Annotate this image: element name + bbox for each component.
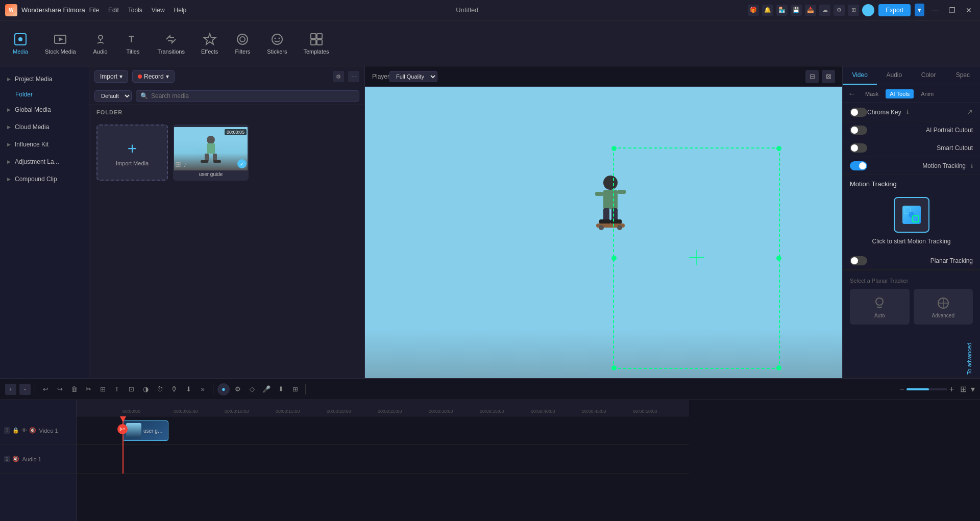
add-media-card[interactable]: + Import Media bbox=[96, 125, 168, 181]
tab-video[interactable]: Video bbox=[843, 66, 877, 85]
planar-card-advanced[interactable]: Advanced bbox=[914, 289, 973, 325]
sidebar-item-compound-clip[interactable]: ▶ Compound Clip bbox=[0, 170, 89, 188]
media-card-user-guide[interactable]: 00:00:05 ⊞ ♪ ✓ user guide bbox=[173, 125, 249, 181]
tl-view-toggle[interactable]: ⊞ bbox=[960, 384, 967, 394]
settings-icon[interactable]: ⚙ bbox=[834, 5, 845, 16]
tl-delete-icon[interactable]: 🗑 bbox=[68, 383, 80, 395]
planar-tracking-toggle[interactable] bbox=[850, 256, 867, 265]
tl-fx-icon[interactable]: ⚙ bbox=[232, 383, 244, 395]
tab-audio[interactable]: Audio bbox=[877, 66, 911, 85]
toolbar-templates[interactable]: Templates bbox=[296, 28, 336, 59]
motion-tracking-toggle[interactable] bbox=[850, 161, 867, 170]
sidebar-item-cloud-media[interactable]: ▶ Cloud Media bbox=[0, 118, 89, 136]
split-view-icon[interactable]: ⊟ bbox=[805, 70, 819, 83]
chroma-key-toggle[interactable] bbox=[850, 108, 867, 117]
tl-mic-icon[interactable]: 🎤 bbox=[260, 383, 273, 395]
video-clip-user-guide[interactable]: user guide bbox=[122, 420, 168, 441]
fullscreen-icon[interactable]: ⊠ bbox=[822, 70, 835, 83]
tl-cut-icon[interactable]: ✂ bbox=[82, 383, 94, 395]
tl-split-icon[interactable]: ⊞ bbox=[289, 383, 301, 395]
tl-speed-icon[interactable]: ⏱ bbox=[154, 383, 166, 395]
sidebar-folder[interactable]: Folder bbox=[0, 88, 89, 101]
tl-zoom-in-icon[interactable]: + bbox=[949, 385, 954, 394]
compound-clip-arrow: ▶ bbox=[7, 177, 11, 182]
smart-cutout-toggle[interactable] bbox=[850, 143, 867, 153]
motion-tracking-info-icon[interactable]: ℹ bbox=[971, 163, 973, 169]
tl-redo-icon[interactable]: ↪ bbox=[54, 383, 66, 395]
remove-track-btn[interactable]: - bbox=[19, 384, 31, 395]
tl-mask-icon[interactable]: ⊡ bbox=[125, 383, 137, 395]
notification-icon[interactable]: 🔔 bbox=[762, 5, 773, 16]
tl-keyframe-icon[interactable]: ◇ bbox=[246, 383, 258, 395]
save-icon[interactable]: 💾 bbox=[791, 5, 802, 16]
quality-select[interactable]: Full Quality bbox=[389, 71, 437, 82]
toolbar-effects[interactable]: Effects bbox=[194, 28, 225, 59]
tl-snap-icon[interactable]: ● bbox=[217, 383, 230, 395]
sidebar-item-global-media[interactable]: ▶ Global Media bbox=[0, 101, 89, 118]
sub-tab-ai-tools[interactable]: AI Tools bbox=[886, 89, 914, 98]
tab-color[interactable]: Color bbox=[912, 66, 946, 85]
tl-zoom-out-icon[interactable]: − bbox=[899, 385, 904, 394]
to-advanced-link[interactable]: To advanced bbox=[966, 334, 973, 375]
video1-lock-icon[interactable]: 🔒 bbox=[12, 427, 19, 434]
video1-eye-icon[interactable]: 👁 bbox=[21, 427, 27, 434]
menu-view[interactable]: View bbox=[152, 7, 165, 14]
sort-select[interactable]: Default bbox=[94, 90, 132, 102]
timeline-playhead[interactable] bbox=[122, 416, 124, 474]
tl-audio-icon[interactable]: 🎙 bbox=[168, 383, 180, 395]
maximize-button[interactable]: ❐ bbox=[946, 6, 959, 14]
add-track-btn[interactable]: + bbox=[5, 384, 16, 395]
more-options-icon[interactable]: ⋯ bbox=[348, 71, 359, 82]
sub-tab-anim[interactable]: Anim bbox=[917, 89, 938, 98]
close-button[interactable]: ✕ bbox=[963, 6, 975, 14]
minimize-button[interactable]: — bbox=[928, 6, 942, 14]
toolbar-stock[interactable]: Stock Media bbox=[38, 28, 83, 59]
menu-file[interactable]: File bbox=[89, 7, 99, 14]
toolbar-transitions[interactable]: Transitions bbox=[151, 28, 192, 59]
store-icon[interactable]: 🏪 bbox=[776, 5, 788, 16]
sub-tab-back[interactable]: ← bbox=[848, 89, 856, 98]
grid-icon[interactable]: ⊞ bbox=[848, 5, 859, 16]
tl-zoom-track[interactable] bbox=[906, 388, 947, 390]
toolbar-titles[interactable]: T Titles bbox=[118, 28, 149, 59]
sidebar-item-adjustment[interactable]: ▶ Adjustment La... bbox=[0, 153, 89, 170]
timeline-ruler[interactable]: 00:00:00 00:00:05:00 00:00:10:00 00:00:1… bbox=[77, 400, 689, 416]
planar-card-auto[interactable]: Auto bbox=[850, 289, 910, 325]
sidebar-item-influence-kit[interactable]: ▶ Influence Kit bbox=[0, 136, 89, 153]
sub-tab-mask[interactable]: Mask bbox=[861, 89, 883, 98]
export-button[interactable]: Export bbox=[878, 4, 911, 16]
toolbar-audio[interactable]: Audio bbox=[85, 28, 116, 59]
tl-crop-icon[interactable]: ⊞ bbox=[96, 383, 109, 395]
tl-more-icon[interactable]: » bbox=[197, 383, 209, 395]
record-button[interactable]: Record ▾ bbox=[132, 70, 175, 83]
menu-edit[interactable]: Edit bbox=[108, 7, 119, 14]
tab-spec[interactable]: Spec bbox=[946, 66, 980, 85]
gift-icon[interactable]: 🎁 bbox=[748, 5, 759, 16]
export-dropdown-button[interactable]: ▾ bbox=[915, 4, 924, 16]
chroma-key-expand-icon[interactable]: ↗ bbox=[966, 107, 973, 117]
download-icon[interactable]: 📥 bbox=[805, 5, 816, 16]
toolbar-filters[interactable]: Filters bbox=[227, 28, 258, 59]
sidebar-item-project-media[interactable]: ▶ Project Media bbox=[0, 70, 89, 88]
motion-track-click-label[interactable]: Click to start Motion Tracking bbox=[872, 238, 950, 245]
toolbar-media[interactable]: Media bbox=[5, 28, 36, 59]
toolbar-stickers[interactable]: Stickers bbox=[260, 28, 294, 59]
filter-icon[interactable]: ⚙ bbox=[333, 71, 344, 82]
audio1-mute-icon[interactable]: 🔇 bbox=[12, 456, 19, 462]
tl-record-icon[interactable]: ⬇ bbox=[275, 383, 287, 395]
tl-menu-icon[interactable]: ▾ bbox=[971, 384, 975, 394]
menu-help[interactable]: Help bbox=[174, 7, 187, 14]
chroma-key-info-icon[interactable]: ℹ bbox=[906, 109, 909, 115]
menu-tools[interactable]: Tools bbox=[128, 7, 142, 14]
user-avatar[interactable] bbox=[862, 4, 874, 16]
tl-color-icon[interactable]: ◑ bbox=[139, 383, 152, 395]
tl-text-icon[interactable]: T bbox=[111, 383, 123, 395]
tl-export-icon[interactable]: ⬇ bbox=[182, 383, 194, 395]
video1-mute-icon[interactable]: 🔇 bbox=[29, 427, 36, 434]
import-button[interactable]: Import ▾ bbox=[94, 70, 128, 83]
search-input[interactable] bbox=[151, 92, 355, 100]
cloud-icon[interactable]: ☁ bbox=[819, 5, 830, 16]
motion-tracking-icon[interactable] bbox=[894, 197, 929, 233]
tl-undo-icon[interactable]: ↩ bbox=[39, 383, 52, 395]
ai-portrait-toggle[interactable] bbox=[850, 126, 867, 135]
